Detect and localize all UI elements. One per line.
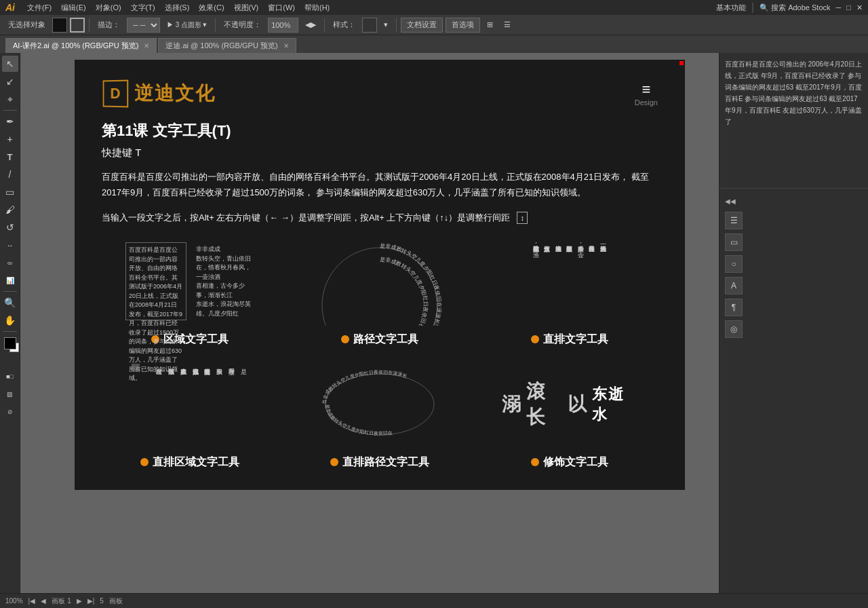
- rp-glyph-icon[interactable]: ◎: [725, 320, 743, 338]
- arrow-indicator: ↕: [517, 212, 528, 224]
- rp-row-1: ◀◀: [725, 194, 863, 208]
- preferences-btn[interactable]: 首选项: [446, 18, 480, 33]
- vert-col-1: 旧是非成成旧败转依头旧空在，渔: [532, 241, 540, 322]
- line-tool[interactable]: /: [2, 166, 18, 183]
- menu-edit[interactable]: 编辑(E): [57, 0, 90, 15]
- menu-window[interactable]: 窗口(W): [264, 0, 299, 15]
- text-tool[interactable]: T: [2, 149, 18, 165]
- color-mode-btn[interactable]: ■□: [2, 368, 18, 385]
- hand-tool[interactable]: ✋: [2, 312, 18, 328]
- align-icon[interactable]: ⊞: [483, 17, 497, 33]
- blend-tool[interactable]: ∞: [2, 254, 18, 271]
- scale-tool[interactable]: ↔: [2, 237, 18, 253]
- document-canvas: D 逆迪文化 ≡ Design 第11课 文字工具(T) 快捷键 T 百度百科是…: [75, 60, 685, 490]
- lt-sep-2: [3, 291, 17, 292]
- vertical-path-dot: [330, 458, 338, 466]
- select-tool[interactable]: ↖: [2, 56, 18, 72]
- vert-area-text-5: 转依看度水淘尽英: [203, 364, 212, 445]
- menu-right: 基本功能 | 🔍 搜索 Adobe Stock ─ □ ✕: [716, 1, 863, 14]
- doc-settings-btn[interactable]: 文档设置: [401, 18, 443, 33]
- workspace-selector[interactable]: 基本功能: [716, 3, 746, 13]
- nav-next-next[interactable]: ▶|: [87, 597, 95, 605]
- menu-help[interactable]: 帮助(H): [300, 0, 334, 15]
- rp-para-icon[interactable]: ¶: [725, 299, 743, 316]
- lasso-tool[interactable]: ⌖: [2, 91, 18, 107]
- rp-circle-icon[interactable]: ○: [725, 255, 743, 273]
- menu-text[interactable]: 文字(T): [127, 0, 159, 15]
- vertical-text-container: 旧是非成成旧败转依头旧空在，渔 滚滚长江东逝水 尝油逝旅橡酒水 橡英相浪尽逝渐渐…: [532, 241, 608, 322]
- deco-char-1: 溺: [502, 392, 522, 417]
- none-btn[interactable]: ⊘: [2, 404, 18, 420]
- tab-bar: AI-课件2.ai @ 100% (RGB/GPU 预览) ✕ 逆迪.ai @ …: [0, 35, 868, 53]
- vert-area-text-8: 是: [239, 364, 248, 445]
- deco-char-2: 滾长: [526, 379, 564, 430]
- vert-area-text-1: 白雄发: [136, 364, 163, 445]
- points-selector[interactable]: ▶ 3 点圆形 ▾: [163, 17, 211, 33]
- opacity-input[interactable]: [268, 18, 298, 33]
- nav-prev[interactable]: ◀: [41, 597, 46, 605]
- fill-color[interactable]: [52, 18, 67, 33]
- vertical-area-example: 白雄发 非旧依旧江今风 成风在古多少事 败旧惜几逝浪花 转依看度水淘尽英 头旧秋…: [102, 360, 278, 470]
- vertical-area-visual: 白雄发 非旧依旧江今风 成风在古多少事 败旧惜几逝浪花 转依看度水淘尽英 头旧秋…: [122, 360, 258, 449]
- rotate-tool[interactable]: ↺: [2, 219, 18, 235]
- menu-select[interactable]: 选择(S): [161, 0, 194, 15]
- status-bar: 100% |◀ ◀ 画板 1 ▶ ▶| 5 画板: [0, 593, 868, 608]
- zoom-tool[interactable]: 🔍: [2, 294, 18, 311]
- opacity-arrows[interactable]: ◀▶: [301, 17, 320, 33]
- path-text-label: 路径文字工具: [341, 332, 418, 347]
- tab-1-close[interactable]: ✕: [283, 42, 289, 50]
- rect-tool[interactable]: ▭: [2, 184, 18, 200]
- menu-object[interactable]: 对象(O): [92, 0, 125, 15]
- arrange-icon[interactable]: ☰: [500, 17, 515, 33]
- nav-next[interactable]: ▶: [77, 597, 82, 605]
- status-extra: 画板: [109, 596, 123, 606]
- style-color[interactable]: [362, 18, 377, 33]
- vertical-area-label: 直排区域文字工具: [140, 455, 239, 470]
- menu-view[interactable]: 视图(V): [230, 0, 263, 15]
- hamburger-icon[interactable]: ≡: [642, 81, 650, 98]
- app-logo: Ai: [5, 2, 15, 13]
- fill-swatch[interactable]: [4, 337, 16, 349]
- decoration-display: 溺 滾长 以 东逝水: [502, 379, 637, 430]
- add-anchor-tool[interactable]: +: [2, 131, 18, 147]
- tab-0[interactable]: AI-课件2.ai @ 100% (RGB/GPU 预览) ✕: [5, 38, 157, 53]
- rp-text-icon[interactable]: A: [725, 277, 743, 294]
- canvas-area[interactable]: D 逆迪文化 ≡ Design 第11课 文字工具(T) 快捷键 T 百度百科是…: [20, 53, 719, 593]
- hamburger-area: ≡ Design: [635, 81, 658, 107]
- menu-effect[interactable]: 效果(C): [195, 0, 228, 15]
- area-text-box-2: 非非成成数转头空，青山依旧在，惜看秋月春风，一壶浊酒喜相逢，古今多少事，渐渐长江…: [193, 242, 254, 320]
- close-btn[interactable]: ✕: [856, 3, 863, 12]
- stroke-select[interactable]: ─ ─: [127, 18, 160, 33]
- rp-collapse-btn[interactable]: ◀◀: [725, 194, 738, 208]
- tab-0-close[interactable]: ✕: [144, 42, 149, 50]
- tools-grid-bottom: 白雄发 非旧依旧江今风 成风在古多少事 败旧惜几逝浪花 转依看度水淘尽英 头旧秋…: [102, 360, 658, 470]
- zoom-level[interactable]: 100%: [5, 597, 23, 605]
- nav-prev-prev[interactable]: |◀: [28, 597, 36, 605]
- separator-1: [89, 18, 90, 32]
- separator-3: [324, 18, 325, 32]
- stroke-color[interactable]: [70, 18, 85, 33]
- menu-file[interactable]: 文件(F): [23, 0, 56, 15]
- tab-1[interactable]: 逆迪.ai @ 100% (RGB/GPU 预览) ✕: [158, 38, 296, 53]
- rp-rect-icon[interactable]: ▭: [725, 233, 743, 251]
- design-label: Design: [635, 98, 658, 107]
- vertical-text-label: 直排文字工具: [531, 332, 608, 347]
- opacity-label: 不透明度：: [220, 17, 265, 33]
- vertical-text-example: 旧是非成成旧败转依头旧空在，渔 滚滚长江东逝水 尝油逝旅橡酒水 橡英相浪尽逝渐渐…: [481, 238, 658, 347]
- svg-text:是非成败转头空几度夕阳红日夜依旧在: 是非成败转头空几度夕阳红日夜依旧在: [324, 404, 393, 436]
- minimize-btn[interactable]: ─: [836, 3, 842, 12]
- rp-lines-icon[interactable]: ☰: [725, 212, 743, 229]
- tools-grid-top: 百度百科是百度公司推出的一部内容开放、自由的网络百科全书平台。其测试版于2006…: [102, 238, 658, 347]
- gradient-btn[interactable]: ▨: [2, 386, 18, 402]
- direct-select-tool[interactable]: ↙: [2, 73, 18, 90]
- vertical-text-visual: 旧是非成成旧败转依头旧空在，渔 滚滚长江东逝水 尝油逝旅橡酒水 橡英相浪尽逝渐渐…: [502, 238, 637, 326]
- restore-btn[interactable]: □: [846, 3, 851, 12]
- pen-tool[interactable]: ✒: [2, 113, 18, 130]
- style-arrow[interactable]: ▾: [380, 17, 392, 33]
- lt-sep-3: [3, 331, 17, 332]
- logo-symbol: D: [111, 85, 121, 102]
- tab-0-label: AI-课件2.ai @ 100% (RGB/GPU 预览): [13, 41, 138, 51]
- graph-tool[interactable]: 📊: [2, 272, 18, 288]
- stock-search[interactable]: 🔍 搜索 Adobe Stock: [760, 3, 831, 13]
- brush-tool[interactable]: 🖌: [2, 202, 18, 218]
